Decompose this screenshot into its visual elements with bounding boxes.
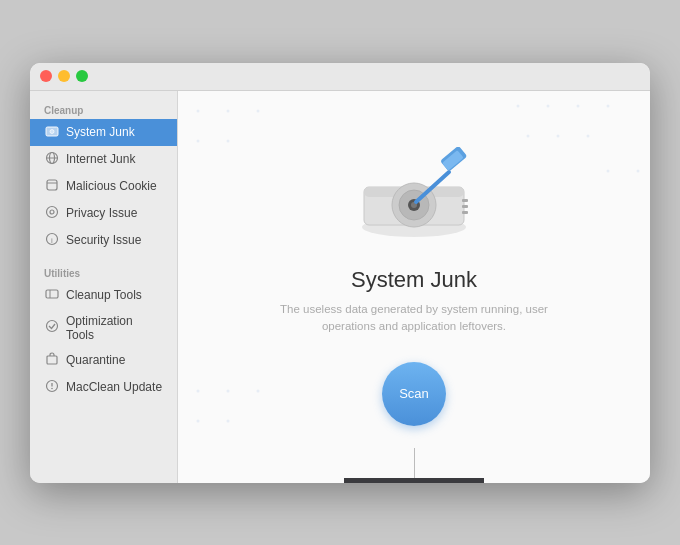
optimization-tools-icon [44,319,60,336]
sidebar: Cleanup System Junk [30,91,178,483]
svg-point-27 [527,134,530,137]
maximize-button[interactable] [76,70,88,82]
cleanup-tools-icon [44,287,60,304]
sidebar-label-system-junk: System Junk [66,125,135,139]
svg-rect-5 [47,180,57,190]
sidebar-item-quarantine[interactable]: Quarantine [30,347,177,374]
sidebar-label-macclean-update: MacClean Update [66,380,162,394]
sidebar-item-malicious-cookie[interactable]: Malicious Cookie [30,173,177,200]
svg-point-29 [587,134,590,137]
system-junk-icon [44,124,60,141]
svg-point-17 [51,387,53,389]
sidebar-label-cleanup-tools: Cleanup Tools [66,288,142,302]
svg-rect-48 [462,205,468,208]
malicious-cookie-icon [44,178,60,195]
traffic-lights [40,70,88,82]
internet-junk-icon [44,151,60,168]
svg-point-13 [47,321,58,332]
hero-illustration [354,147,474,247]
sidebar-label-malicious-cookie: Malicious Cookie [66,179,157,193]
sidebar-section-utilities: Utilities [30,262,177,282]
main-window: Cleanup System Junk [30,63,650,483]
zoom-connector [414,448,415,478]
sidebar-label-security-issue: Security Issue [66,233,141,247]
svg-rect-14 [47,356,57,364]
svg-point-7 [47,206,58,217]
svg-rect-49 [462,211,468,214]
svg-point-1 [50,129,54,133]
svg-rect-11 [46,290,58,298]
svg-point-22 [547,104,550,107]
svg-point-36 [227,419,230,422]
svg-point-30 [607,169,610,172]
security-issue-icon: i [44,232,60,249]
svg-point-28 [557,134,560,137]
sidebar-section-cleanup: Cleanup [30,99,177,119]
hdd-icon [354,147,474,247]
svg-point-21 [517,104,520,107]
svg-point-19 [227,109,230,112]
svg-point-25 [197,139,200,142]
svg-rect-47 [462,199,468,202]
sidebar-item-optimization-tools[interactable]: Optimization Tools [30,309,177,347]
macclean-update-icon [44,379,60,396]
svg-point-20 [257,109,260,112]
sidebar-item-cleanup-tools[interactable]: Cleanup Tools [30,282,177,309]
svg-point-31 [637,169,640,172]
sidebar-label-optimization-tools: Optimization Tools [66,314,163,342]
svg-point-35 [197,419,200,422]
svg-point-32 [197,389,200,392]
sidebar-item-security-issue[interactable]: i Security Issue [30,227,177,254]
svg-point-8 [50,210,54,214]
sidebar-label-internet-junk: Internet Junk [66,152,135,166]
scan-button[interactable]: Scan [382,362,446,426]
zoom-overlay: Scan 2 [344,448,484,483]
sidebar-item-privacy-issue[interactable]: Privacy Issue [30,200,177,227]
main-content: System Junk The useless data generated b… [178,91,650,483]
svg-point-23 [577,104,580,107]
sidebar-item-system-junk[interactable]: System Junk [30,119,177,146]
sidebar-item-macclean-update[interactable]: MacClean Update [30,374,177,401]
svg-point-33 [227,389,230,392]
quarantine-icon [44,352,60,369]
zoom-frame: Scan 2 [344,478,484,483]
svg-point-26 [227,139,230,142]
sidebar-label-quarantine: Quarantine [66,353,125,367]
svg-point-34 [257,389,260,392]
sidebar-item-internet-junk[interactable]: Internet Junk [30,146,177,173]
svg-point-24 [607,104,610,107]
svg-point-18 [197,109,200,112]
svg-text:i: i [51,235,53,244]
close-button[interactable] [40,70,52,82]
titlebar [30,63,650,91]
minimize-button[interactable] [58,70,70,82]
page-subtitle: The useless data generated by system run… [254,301,574,333]
window-body: Cleanup System Junk [30,91,650,483]
privacy-issue-icon [44,205,60,222]
page-title: System Junk [351,267,477,293]
sidebar-label-privacy-issue: Privacy Issue [66,206,137,220]
